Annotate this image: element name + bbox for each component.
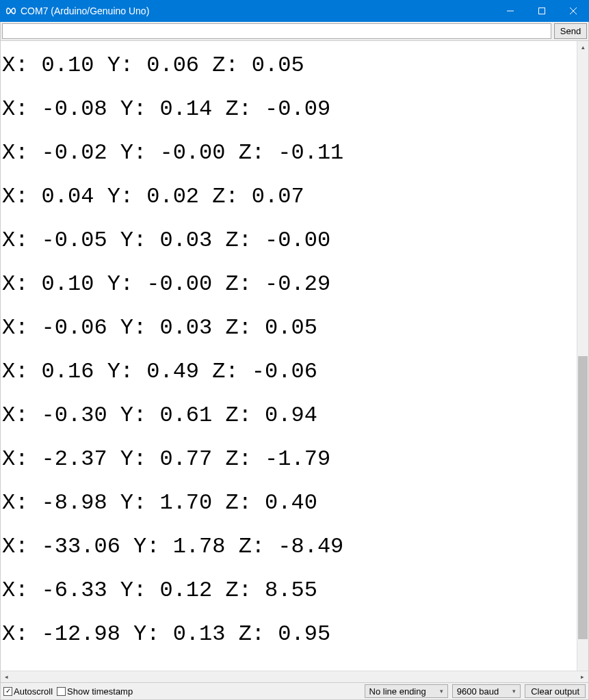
minimize-button[interactable] — [495, 0, 526, 22]
close-button[interactable] — [558, 0, 589, 22]
output-line: X: -0.30 Y: 0.61 Z: 0.94 — [2, 394, 575, 438]
svg-rect-1 — [539, 8, 545, 14]
horizontal-scrollbar[interactable]: ◂ ▸ — [0, 671, 589, 682]
line-ending-value: No line ending — [369, 686, 426, 697]
output-line: X: 0.04 Y: 0.02 Z: 0.07 — [2, 175, 575, 219]
output-line: X: -12.98 Y: 0.13 Z: 0.95 — [2, 612, 575, 656]
vertical-scrollbar[interactable]: ▴ — [577, 41, 588, 671]
maximize-button[interactable] — [526, 0, 558, 22]
arduino-icon — [5, 8, 16, 14]
output-line: X: -8.98 Y: 1.70 Z: 0.40 — [2, 481, 575, 525]
output-line: X: 0.10 Y: 0.06 Z: 0.05 — [2, 44, 575, 88]
output-line: X: 0.10 Y: -0.00 Z: -0.29 — [2, 262, 575, 306]
output-line: X: -2.37 Y: 0.77 Z: -1.79 — [2, 438, 575, 481]
content-wrapper: X: 0.10 Y: 0.06 Z: 0.05X: -0.08 Y: 0.14 … — [0, 41, 589, 671]
output-line: X: 0.16 Y: 0.49 Z: -0.06 — [2, 350, 575, 394]
output-line: X: -33.06 Y: 1.78 Z: -8.49 — [2, 525, 575, 569]
timestamp-checkbox[interactable] — [57, 687, 66, 696]
send-button[interactable]: Send — [554, 23, 587, 39]
bottom-bar: Autoscroll Show timestamp No line ending… — [0, 682, 589, 700]
scroll-left-arrow-icon[interactable]: ◂ — [1, 671, 12, 683]
timestamp-label: Show timestamp — [67, 686, 133, 697]
chevron-down-icon: ▾ — [440, 688, 443, 695]
clear-output-button[interactable]: Clear output — [525, 684, 586, 698]
window-controls — [495, 0, 589, 22]
baud-rate-value: 9600 baud — [457, 686, 499, 697]
baud-rate-dropdown[interactable]: 9600 baud ▾ — [452, 684, 521, 698]
scroll-right-arrow-icon[interactable]: ▸ — [577, 671, 588, 683]
autoscroll-checkbox-group[interactable]: Autoscroll — [3, 686, 53, 697]
output-line: X: -0.08 Y: 0.14 Z: -0.09 — [2, 88, 575, 131]
timestamp-checkbox-group[interactable]: Show timestamp — [57, 686, 133, 697]
autoscroll-checkbox[interactable] — [3, 687, 12, 696]
autoscroll-label: Autoscroll — [14, 686, 53, 697]
output-line: X: -0.05 Y: 0.03 Z: -0.00 — [2, 219, 575, 262]
scroll-thumb[interactable] — [578, 356, 588, 639]
output-line: X: -6.33 Y: 0.12 Z: 8.55 — [2, 569, 575, 612]
line-ending-dropdown[interactable]: No line ending ▾ — [365, 684, 448, 698]
serial-output[interactable]: X: 0.10 Y: 0.06 Z: 0.05X: -0.08 Y: 0.14 … — [1, 41, 577, 671]
chevron-down-icon: ▾ — [512, 688, 516, 695]
input-row: Send — [0, 22, 589, 41]
titlebar: COM7 (Arduino/Genuino Uno) — [0, 0, 589, 22]
window-title: COM7 (Arduino/Genuino Uno) — [21, 5, 495, 16]
serial-input[interactable] — [2, 23, 551, 39]
scroll-up-arrow-icon[interactable]: ▴ — [577, 41, 588, 53]
output-line: X: -0.02 Y: -0.00 Z: -0.11 — [2, 131, 575, 175]
output-line: X: -0.06 Y: 0.03 Z: 0.05 — [2, 306, 575, 350]
